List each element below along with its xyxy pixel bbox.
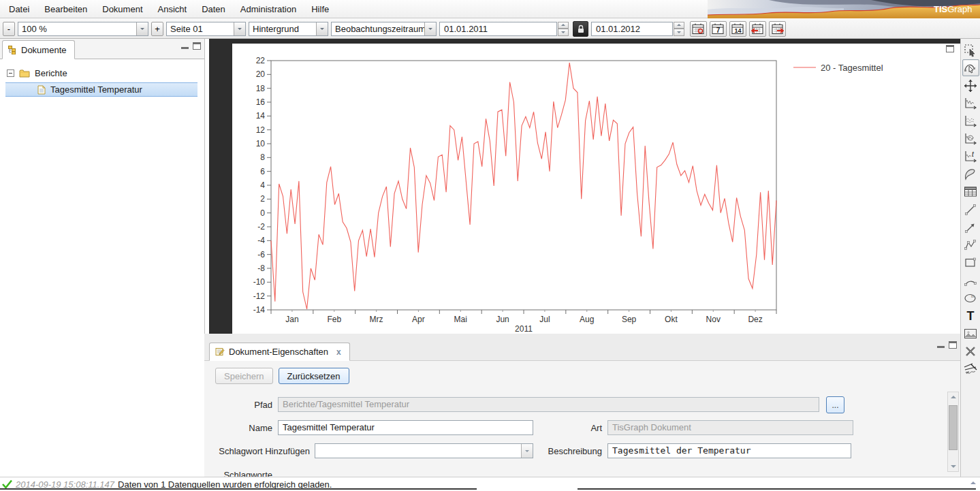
tree-node-berichte[interactable]: Berichte bbox=[0, 65, 204, 80]
reset-button[interactable]: Zurücksetzen bbox=[279, 368, 349, 384]
minimize-icon[interactable] bbox=[937, 341, 945, 349]
date-from-spinner[interactable] bbox=[558, 22, 569, 36]
success-check-icon bbox=[2, 479, 12, 489]
chart-dashed-tool[interactable] bbox=[962, 112, 979, 129]
layer-combobox[interactable]: Hintergrund bbox=[249, 22, 328, 36]
chevron-down-icon[interactable] bbox=[234, 22, 245, 35]
tab-label: Dokument-Eigenschaften bbox=[229, 347, 328, 357]
art-field[interactable]: TisGraph Dokument bbox=[607, 420, 853, 435]
calendar-7-button[interactable]: 7 bbox=[710, 21, 727, 37]
menu-item[interactable]: Daten bbox=[194, 1, 233, 18]
svg-text:Feb: Feb bbox=[327, 315, 341, 324]
tag-value bbox=[315, 444, 521, 458]
svg-text:Apr: Apr bbox=[412, 315, 425, 324]
chart-line-tool[interactable] bbox=[962, 95, 979, 112]
document-properties-panel: Dokument-Eigenschaften x Speichern Zurüc… bbox=[204, 334, 960, 477]
scroll-up-icon[interactable] bbox=[948, 392, 958, 402]
menu-item[interactable]: Hilfe bbox=[304, 1, 336, 18]
line-tool[interactable] bbox=[962, 201, 979, 218]
zoom-in-button[interactable]: + bbox=[151, 22, 163, 36]
spin-up-icon[interactable] bbox=[674, 22, 684, 29]
svg-text:20 - Tagesmittel: 20 - Tagesmittel bbox=[821, 63, 883, 73]
beschreibung-field[interactable]: Tagesmittel der Temperatur bbox=[607, 443, 851, 458]
svg-text:14: 14 bbox=[256, 111, 266, 121]
period-combobox[interactable]: Beobachtungszeitraum bbox=[331, 22, 437, 36]
chevron-down-icon[interactable] bbox=[136, 22, 148, 35]
page-value: Seite 01 bbox=[167, 22, 234, 35]
tab-dokument-eigenschaften[interactable]: Dokument-Eigenschaften x bbox=[209, 343, 350, 361]
calendar-forward-button[interactable] bbox=[769, 21, 786, 37]
table-tool[interactable] bbox=[962, 183, 979, 200]
browse-button[interactable]: ... bbox=[826, 396, 844, 413]
resize-handle-icon[interactable] bbox=[970, 479, 976, 484]
chart-smooth-tool[interactable] bbox=[962, 130, 979, 147]
image-tool[interactable] bbox=[962, 325, 979, 342]
text-tool[interactable]: T bbox=[962, 307, 979, 324]
tree-node-tagesmittel-temperatur[interactable]: Tagesmittel Temperatur bbox=[5, 82, 197, 97]
svg-text:18: 18 bbox=[256, 84, 266, 93]
menu-item[interactable]: Administration bbox=[233, 1, 304, 18]
scroll-down-icon[interactable] bbox=[948, 462, 958, 471]
delete-marker-tool[interactable] bbox=[962, 343, 979, 360]
menu-item[interactable]: Dokument bbox=[95, 1, 150, 18]
zoom-combobox[interactable]: 100 % bbox=[18, 22, 148, 36]
arc-tool[interactable] bbox=[962, 272, 979, 289]
maximize-icon[interactable] bbox=[946, 45, 954, 52]
chevron-down-icon[interactable] bbox=[424, 22, 436, 35]
scrollbar-thumb[interactable] bbox=[949, 405, 958, 450]
pfad-field[interactable]: Berichte/Tagesmittel Temperatur bbox=[278, 397, 819, 412]
page-combobox[interactable]: Seite 01 bbox=[166, 22, 246, 36]
freeform-tool[interactable] bbox=[962, 165, 979, 183]
svg-text:10: 10 bbox=[256, 139, 266, 148]
date-to-spinner[interactable] bbox=[674, 22, 684, 36]
pfad-label: Pfad bbox=[218, 400, 272, 410]
svg-text:7: 7 bbox=[716, 27, 721, 34]
svg-text:22: 22 bbox=[256, 56, 266, 65]
svg-text:4: 4 bbox=[260, 180, 265, 190]
svg-text:Sep: Sep bbox=[622, 315, 637, 324]
svg-text:-4: -4 bbox=[257, 236, 265, 245]
tab-dokumente[interactable]: Dokumente bbox=[2, 40, 75, 59]
date-from-value[interactable]: 01.01.2011 bbox=[439, 22, 557, 36]
spin-up-icon[interactable] bbox=[558, 22, 569, 29]
menu-item[interactable]: Datei bbox=[1, 1, 37, 18]
main-toolbar: - 100 % + Seite 01 Hintergrund Beobachtu… bbox=[0, 19, 980, 39]
maximize-icon[interactable] bbox=[193, 42, 201, 50]
name-field[interactable]: Tagesmittel Temperatur bbox=[278, 420, 533, 435]
ellipse-tool[interactable]: br bbox=[962, 289, 979, 306]
direct-select-tool[interactable] bbox=[962, 59, 979, 76]
polyline-tool[interactable] bbox=[962, 236, 979, 253]
select-tool[interactable] bbox=[962, 42, 979, 59]
beschreibung-label: Beschreibung bbox=[541, 446, 602, 456]
calendar-14-button[interactable]: 14 bbox=[729, 21, 746, 37]
minimize-icon[interactable] bbox=[181, 42, 189, 50]
tree-icon bbox=[8, 46, 17, 54]
menu-item[interactable]: Bearbeiten bbox=[37, 1, 95, 18]
arrow-tool[interactable] bbox=[962, 219, 979, 236]
calendar-back-button[interactable] bbox=[749, 21, 766, 37]
move-tool[interactable] bbox=[962, 77, 979, 94]
date-to-field[interactable]: 01.01.2012 bbox=[591, 22, 684, 36]
menu-item[interactable]: Ansicht bbox=[151, 1, 195, 18]
spin-down-icon[interactable] bbox=[558, 29, 569, 36]
vertical-scrollbar[interactable] bbox=[947, 392, 959, 472]
maximize-icon[interactable] bbox=[949, 341, 957, 349]
close-icon[interactable]: x bbox=[336, 347, 341, 357]
calendar-period-button[interactable] bbox=[690, 21, 707, 37]
chevron-down-icon[interactable] bbox=[316, 22, 328, 35]
collapse-icon[interactable] bbox=[7, 69, 14, 77]
tag-combobox[interactable] bbox=[315, 443, 533, 458]
svg-text:t: t bbox=[972, 151, 975, 158]
calendar-7-icon: 7 bbox=[712, 23, 725, 35]
date-from-field[interactable]: 01.01.2011 bbox=[439, 22, 569, 36]
chevron-down-icon[interactable] bbox=[521, 444, 533, 458]
svg-text:Mrz: Mrz bbox=[370, 315, 383, 324]
spin-down-icon[interactable] bbox=[674, 29, 684, 36]
zoom-out-button[interactable]: - bbox=[3, 22, 15, 36]
save-button[interactable]: Speichern bbox=[215, 368, 273, 384]
chart-time-tool[interactable]: t bbox=[962, 148, 979, 165]
rectangle-tool[interactable] bbox=[962, 254, 979, 271]
annotation-tool[interactable] bbox=[962, 360, 979, 377]
lock-button[interactable] bbox=[573, 21, 588, 37]
date-to-value[interactable]: 01.01.2012 bbox=[591, 22, 673, 36]
